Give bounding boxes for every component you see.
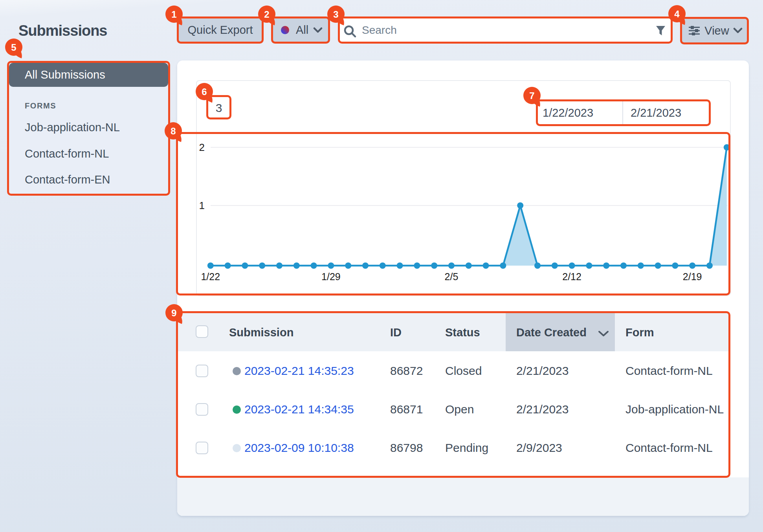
svg-text:4: 4 — [674, 9, 680, 19]
svg-text:2: 2 — [264, 9, 269, 20]
svg-text:8: 8 — [171, 126, 176, 136]
svg-text:3: 3 — [333, 9, 338, 20]
svg-text:1: 1 — [171, 9, 176, 20]
svg-text:5: 5 — [11, 42, 16, 53]
svg-text:7: 7 — [529, 90, 534, 101]
svg-text:6: 6 — [202, 86, 207, 97]
